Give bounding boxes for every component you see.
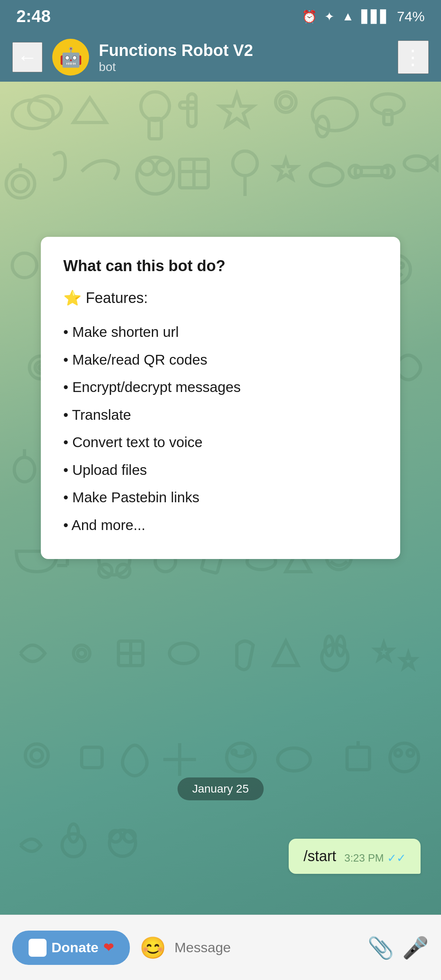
bottom-toolbar: ▭ Donate ❤ 😊 📎 🎤 (0, 915, 441, 980)
bot-name: Functions Robot V2 (99, 40, 388, 60)
list-item: • And more... (63, 511, 378, 539)
date-divider: January 25 (178, 777, 264, 800)
bot-avatar-icon: 🤖 (59, 46, 82, 68)
list-item: • Translate (63, 401, 378, 429)
features-header: ⭐ Features: (63, 290, 378, 307)
attach-button[interactable]: 📎 (368, 937, 394, 958)
sticker-button[interactable]: 😊 (140, 937, 166, 958)
list-item: • Encrypt/decrypt messages (63, 373, 378, 401)
signal-icon: ▋▋▋ (361, 9, 390, 24)
message-input-area: 😊 📎 🎤 (140, 937, 429, 958)
bot-status: bot (99, 60, 388, 74)
message-input[interactable] (174, 940, 359, 956)
donate-label: Donate (51, 940, 98, 956)
mic-button[interactable]: 🎤 (402, 937, 429, 958)
chat-content: What can this bot do? ⭐ Features: • Make… (0, 82, 441, 915)
chat-header: ← 🤖 Functions Robot V2 bot ⋮ (0, 33, 441, 82)
header-info: Functions Robot V2 bot (99, 40, 388, 74)
bot-avatar: 🤖 (52, 39, 89, 76)
message-read-icon: ✓✓ (387, 851, 406, 865)
message-meta: 3:23 PM ✓✓ (344, 851, 406, 865)
intro-title: What can this bot do? (63, 257, 378, 275)
user-message-text: /start (303, 848, 336, 865)
user-message-bubble: /start 3:23 PM ✓✓ (289, 839, 421, 874)
list-item: • Convert text to voice (63, 428, 378, 456)
donate-heart-icon: ❤ (103, 940, 114, 955)
status-icons: ⏰ ✦ ▲ ▋▋▋ 74% (302, 9, 425, 24)
message-time: 3:23 PM (344, 852, 384, 864)
back-button[interactable]: ← (12, 42, 42, 72)
list-item: • Make/read QR codes (63, 346, 378, 374)
intro-message-card: What can this bot do? ⭐ Features: • Make… (41, 237, 400, 559)
features-list: • Make shorten url • Make/read QR codes … (63, 318, 378, 539)
list-item: • Make shorten url (63, 318, 378, 346)
donate-box-icon: ▭ (29, 939, 47, 957)
alarm-icon: ⏰ (302, 9, 317, 24)
bluetooth-icon: ✦ (324, 9, 334, 24)
header-menu-button[interactable]: ⋮ (398, 40, 429, 74)
list-item: • Make Pastebin links (63, 483, 378, 511)
status-bar: 2:48 ⏰ ✦ ▲ ▋▋▋ 74% (0, 0, 441, 33)
donate-button[interactable]: ▭ Donate ❤ (12, 931, 130, 965)
battery-level: 74% (397, 9, 425, 24)
status-time: 2:48 (16, 7, 51, 26)
list-item: • Upload files (63, 456, 378, 484)
wifi-icon: ▲ (342, 9, 354, 23)
